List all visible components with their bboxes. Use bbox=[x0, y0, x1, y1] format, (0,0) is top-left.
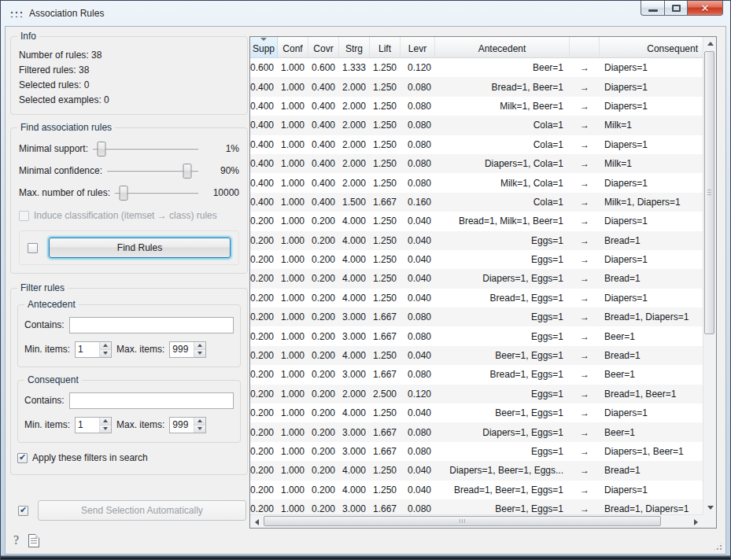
vertical-scrollbar[interactable] bbox=[703, 37, 716, 514]
table-row[interactable]: 0.6001.0000.6001.3331.2500.120Beer=1→Dia… bbox=[250, 58, 703, 77]
table-row[interactable]: 0.2001.0000.2004.0001.2500.040Diapers=1,… bbox=[250, 269, 703, 288]
header-strg[interactable]: Strg bbox=[339, 37, 370, 57]
spin-down-icon[interactable] bbox=[100, 349, 111, 357]
header-conf[interactable]: Conf bbox=[278, 37, 308, 57]
control-panel: Info Number of rules: 38 Filtered rules:… bbox=[10, 30, 248, 554]
cell-strg: 2.000 bbox=[339, 178, 370, 189]
table-row[interactable]: 0.2001.0000.2004.0001.2500.040Bread=1, B… bbox=[250, 481, 703, 499]
consequent-contains-input[interactable] bbox=[69, 392, 234, 409]
cell-antecedent: Bread=1, Milk=1, Beer=1 bbox=[435, 216, 570, 227]
cell-strg: 4.000 bbox=[339, 273, 370, 284]
scroll-right-icon bbox=[694, 519, 698, 525]
scroll-left-button[interactable] bbox=[250, 515, 264, 529]
send-selection-button[interactable]: Send Selection Automatically bbox=[38, 500, 246, 521]
spin-up-icon[interactable] bbox=[194, 342, 205, 349]
cell-supp: 0.200 bbox=[250, 273, 278, 284]
cell-antecedent: Cola=1 bbox=[435, 139, 570, 150]
close-button[interactable]: ✕ bbox=[688, 1, 723, 16]
cell-conf: 1.000 bbox=[278, 369, 308, 380]
spin-down-icon[interactable] bbox=[100, 425, 111, 433]
table-row[interactable]: 0.4001.0000.4002.0001.2500.080Bread=1, B… bbox=[250, 77, 703, 96]
cell-consequent: Bread=1, Diapers=1 bbox=[600, 311, 703, 322]
spin-down-icon[interactable] bbox=[194, 349, 205, 357]
table-row[interactable]: 0.4001.0000.4001.5001.6670.160Cola=1→Mil… bbox=[250, 193, 703, 212]
cell-strg: 3.000 bbox=[339, 503, 370, 514]
minimal-support-slider-handle[interactable] bbox=[97, 142, 105, 157]
cell-conf: 1.000 bbox=[278, 273, 308, 284]
table-row[interactable]: 0.2001.0000.2004.0001.2500.040Diapers=1,… bbox=[250, 461, 703, 480]
find-rules-button[interactable]: Find Rules bbox=[49, 238, 231, 258]
header-antecedent[interactable]: Antecedent bbox=[435, 37, 570, 57]
table-row[interactable]: 0.2001.0000.2002.0002.5000.120Eggs=1→Bre… bbox=[250, 385, 703, 403]
apply-filters-checkbox[interactable] bbox=[17, 453, 28, 463]
cell-consequent: Milk=1 bbox=[600, 158, 703, 169]
table-row[interactable]: 0.2001.0000.2003.0001.6670.080Diapers=1,… bbox=[250, 422, 703, 441]
table-row[interactable]: 0.4001.0000.4002.0001.2500.080Cola=1→Dia… bbox=[250, 135, 703, 154]
consequent-group-title: Consequent bbox=[24, 374, 82, 385]
maximize-button[interactable] bbox=[664, 1, 688, 16]
antecedent-contains-input[interactable] bbox=[69, 317, 234, 333]
table-row[interactable]: 0.2001.0000.2003.0001.6670.080Beer=1, Eg… bbox=[250, 499, 703, 514]
cell-levr: 0.080 bbox=[401, 446, 435, 457]
cell-consequent: Bread=1 bbox=[600, 235, 703, 246]
table-row[interactable]: 0.4001.0000.4002.0001.2500.080Diapers=1,… bbox=[250, 154, 703, 173]
header-covr[interactable]: Covr bbox=[308, 37, 339, 57]
resize-grip-icon[interactable] bbox=[713, 541, 723, 551]
table-row[interactable]: 0.2001.0000.2003.0001.6670.080Eggs=1→Dia… bbox=[250, 442, 703, 461]
max-rules-slider[interactable] bbox=[115, 186, 198, 201]
table-row[interactable]: 0.4001.0000.4002.0001.2500.080Milk=1, Co… bbox=[250, 173, 703, 192]
auto-send-checkbox[interactable] bbox=[18, 506, 28, 516]
spin-up-icon[interactable] bbox=[100, 342, 111, 349]
find-rules-checkbox[interactable] bbox=[28, 243, 38, 253]
table-row[interactable]: 0.2001.0000.2003.0001.6670.080Eggs=1→Bee… bbox=[250, 326, 703, 345]
table-row[interactable]: 0.2001.0000.2003.0001.6670.080Bread=1, E… bbox=[250, 365, 703, 384]
report-icon[interactable] bbox=[28, 534, 39, 547]
minimal-confidence-slider-handle[interactable] bbox=[183, 164, 192, 179]
spin-up-icon[interactable] bbox=[194, 418, 205, 425]
cell-levr: 0.080 bbox=[401, 82, 435, 93]
spin-up-icon[interactable] bbox=[100, 418, 111, 425]
table-row[interactable]: 0.2001.0000.2004.0001.2500.040Beer=1, Eg… bbox=[250, 346, 703, 365]
table-row[interactable]: 0.4001.0000.4002.0001.2500.080Cola=1→Mil… bbox=[250, 116, 703, 134]
cell-supp: 0.200 bbox=[250, 446, 278, 457]
minimize-button[interactable] bbox=[641, 1, 664, 16]
horizontal-scrollbar[interactable] bbox=[250, 514, 703, 528]
header-levr[interactable]: Levr bbox=[401, 37, 435, 57]
table-row[interactable]: 0.2001.0000.2003.0001.6670.080Eggs=1→Bre… bbox=[250, 308, 703, 326]
cell-conf: 1.000 bbox=[278, 62, 308, 73]
apply-filters-row: Apply these filters in search bbox=[17, 449, 241, 466]
table-row[interactable]: 0.2001.0000.2004.0001.2500.040Bread=1, M… bbox=[250, 212, 703, 230]
minimal-support-slider[interactable] bbox=[93, 142, 198, 157]
table-row[interactable]: 0.4001.0000.4002.0001.2500.080Milk=1, Be… bbox=[250, 97, 703, 116]
table-row[interactable]: 0.2001.0000.2004.0001.2500.040Eggs=1→Bre… bbox=[250, 231, 703, 250]
cell-covr: 0.200 bbox=[308, 446, 339, 457]
header-supp[interactable]: Supp bbox=[250, 37, 278, 57]
table-row[interactable]: 0.2001.0000.2004.0001.2500.040Eggs=1→Dia… bbox=[250, 250, 703, 269]
header-lift[interactable]: Lift bbox=[370, 37, 401, 57]
antecedent-min-items-spinner[interactable]: 1 bbox=[75, 341, 112, 358]
scroll-down-button[interactable] bbox=[703, 501, 717, 514]
header-consequent[interactable]: Consequent bbox=[600, 37, 703, 57]
consequent-max-items-spinner[interactable]: 999 bbox=[169, 417, 206, 433]
table-row[interactable]: 0.2001.0000.2004.0001.2500.040Beer=1, Eg… bbox=[250, 403, 703, 422]
scroll-up-button[interactable] bbox=[703, 37, 717, 50]
cell-antecedent: Eggs=1 bbox=[435, 235, 570, 246]
cell-covr: 0.200 bbox=[308, 369, 339, 380]
consequent-min-items-spinner[interactable]: 1 bbox=[75, 417, 112, 433]
horizontal-scrollbar-thumb[interactable] bbox=[264, 516, 661, 526]
info-group-title: Info bbox=[17, 31, 39, 42]
window-title: Association Rules bbox=[29, 8, 104, 19]
table-row[interactable]: 0.2001.0000.2004.0001.2500.040Bread=1, E… bbox=[250, 289, 703, 308]
cell-conf: 1.000 bbox=[278, 503, 308, 514]
vertical-scrollbar-thumb[interactable] bbox=[704, 51, 714, 334]
find-rules-group-title: Find association rules bbox=[17, 122, 115, 133]
scroll-right-button[interactable] bbox=[689, 515, 703, 529]
help-icon[interactable]: ? bbox=[13, 533, 19, 547]
rule-arrow-icon: → bbox=[570, 350, 600, 361]
spin-down-icon[interactable] bbox=[194, 425, 205, 433]
title-bar[interactable]: Association Rules ✕ bbox=[1, 1, 730, 26]
antecedent-max-items-spinner[interactable]: 999 bbox=[169, 341, 206, 358]
max-rules-slider-handle[interactable] bbox=[119, 186, 127, 201]
minimal-confidence-slider[interactable] bbox=[107, 164, 198, 179]
header-arrow[interactable] bbox=[570, 37, 600, 57]
